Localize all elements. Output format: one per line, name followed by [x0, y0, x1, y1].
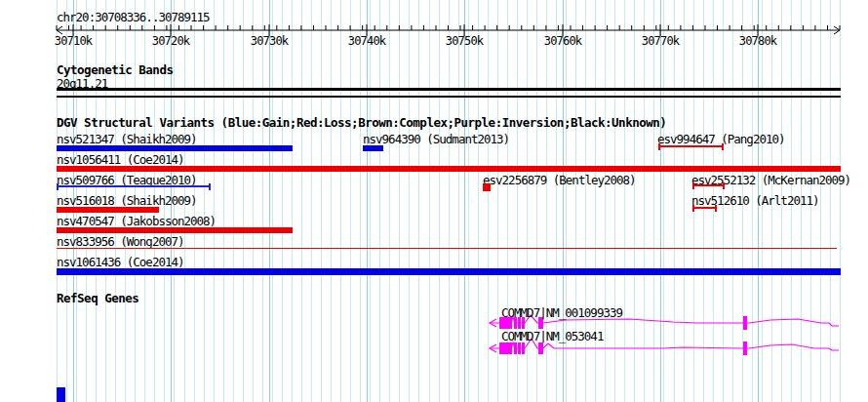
refseq-genes-layer [0, 0, 868, 402]
gene-exon-COMMD7-NM_053041[interactable] [499, 342, 512, 354]
gene-exon-COMMD7-NM_053041[interactable] [743, 342, 747, 355]
gene-exon-COMMD7-NM_053041[interactable] [518, 342, 521, 354]
clipped-track-glyph[interactable] [57, 387, 65, 402]
gene-exon-COMMD7-NM_053041[interactable] [538, 342, 543, 354]
gene-exon-COMMD7-NM_001099339[interactable] [743, 316, 747, 330]
genome-browser-canvas: chr20:30708336..30789115 30710k30720k307… [0, 0, 868, 402]
gene-exon-COMMD7-NM_053041[interactable] [522, 342, 525, 354]
gene-label-COMMD7-NM_053041[interactable]: COMMD7|NM_053041 [501, 330, 603, 342]
gene-exon-COMMD7-NM_053041[interactable] [514, 342, 517, 354]
gene-label-COMMD7-NM_001099339[interactable]: COMMD7|NM_001099339 [501, 306, 622, 319]
